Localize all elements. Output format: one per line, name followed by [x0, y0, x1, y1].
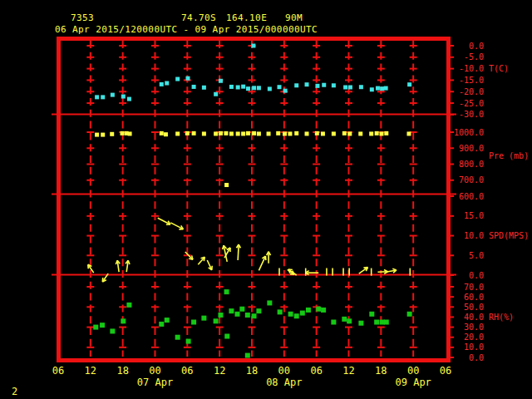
temperature-point: [202, 86, 206, 90]
pressure-point: [358, 131, 362, 135]
pressure-point: [229, 131, 234, 135]
humidity-point: [267, 300, 272, 305]
humidity-point: [331, 320, 336, 325]
pressure-point: [257, 131, 261, 135]
temperature-point: [175, 77, 180, 81]
meteogram-screen: 7353 74.70S 164.10E 90M 06 Apr 2015/1200…: [0, 0, 532, 399]
humidity-point: [342, 317, 347, 322]
pressure-point: [160, 131, 164, 135]
humidity-point: [159, 322, 164, 327]
temperature-point: [95, 95, 99, 99]
time-axis-labels: 0612180006121800061218000607 Apr08 Apr09…: [52, 365, 451, 388]
pressure-point: [192, 131, 196, 135]
humidity-point: [191, 320, 196, 325]
pressure-point: [101, 133, 105, 137]
temperature-point: [246, 86, 250, 91]
humidity-tick-label: 50.0: [464, 303, 484, 312]
temperature-point: [160, 82, 164, 86]
pressure-point: [128, 131, 132, 135]
temperature-point: [348, 85, 352, 89]
pressure-point: [224, 183, 229, 187]
pressure-point: [305, 131, 309, 135]
wind_speed-tick-label: 5.0: [469, 251, 484, 260]
humidity-point: [278, 309, 283, 314]
temperature-point: [376, 86, 380, 91]
humidity-tick-label: 20.0: [464, 332, 484, 342]
page-number: 2: [12, 386, 17, 397]
humidity-point: [224, 289, 229, 294]
pressure-point: [202, 131, 206, 135]
temperature-point: [283, 89, 288, 93]
temperature-point: [101, 95, 105, 99]
humidity-point: [93, 325, 98, 330]
humidity-point: [218, 313, 223, 318]
time-tick-label: 06: [440, 365, 451, 377]
humidity-point: [201, 316, 206, 321]
time-tick-label: 00: [149, 365, 160, 377]
humidity-point: [175, 335, 180, 340]
humidity-point: [239, 307, 244, 312]
humidity-point: [126, 303, 131, 308]
time-tick-label: 06: [310, 365, 322, 377]
date-label: 08 Apr: [266, 377, 302, 388]
pressure-tick-label: 900.0: [459, 144, 484, 153]
humidity-point: [294, 313, 299, 318]
time-tick-label: 06: [52, 365, 64, 377]
humidity-point: [407, 312, 412, 317]
humidity-point: [214, 318, 219, 323]
pressure-axis-label: Pre (mb): [489, 151, 529, 160]
temperature-point: [305, 82, 309, 86]
humidity-point: [235, 312, 240, 317]
temperature-point: [252, 86, 256, 90]
temperature-point: [322, 83, 326, 87]
pressure-point: [294, 131, 298, 135]
wind_speed-tick-label: 10.0: [464, 231, 484, 240]
temperature-point: [236, 85, 240, 89]
temperature-point: [278, 85, 282, 89]
humidity-tick-label: 10.0: [464, 342, 484, 352]
chart-canvas: 0.0-5.0-10.0-15.0-20.0-25.0-30.0T(C)1000…: [0, 0, 532, 399]
temperature-point: [192, 85, 196, 89]
pressure-tick-label: 600.0: [459, 192, 484, 201]
pressure-point: [175, 131, 180, 135]
pressure-point: [95, 133, 99, 137]
temperature-point: [380, 86, 384, 91]
time-tick-label: 12: [85, 365, 96, 377]
temperature-point: [251, 44, 255, 48]
pressure-point: [332, 131, 336, 135]
humidity-point: [300, 311, 305, 316]
pressure-series: [95, 131, 411, 187]
humidity-point: [374, 320, 379, 325]
temperature-tick-label: -30.0: [459, 110, 484, 119]
pressure-point: [185, 131, 190, 135]
pressure-point: [252, 131, 256, 135]
humidity-tick-label: 30.0: [464, 323, 484, 332]
humidity-tick-label: 60.0: [464, 293, 484, 302]
time-tick-label: 00: [278, 365, 290, 377]
humidity-point: [224, 334, 229, 339]
time-tick-label: 18: [375, 365, 387, 377]
temperature-point: [121, 95, 126, 99]
pressure-point: [379, 131, 383, 135]
time-grid: [86, 41, 416, 357]
humidity-point: [369, 312, 374, 317]
temperature-tick-label: -15.0: [459, 76, 484, 85]
humidity-axis-label: RH(%): [489, 313, 514, 322]
temperature-point: [165, 81, 169, 86]
pressure-point: [164, 132, 168, 136]
time-tick-label: 18: [246, 365, 258, 377]
date-label: 07 Apr: [137, 377, 173, 388]
pressure-point: [384, 131, 388, 135]
pressure-point: [241, 131, 245, 135]
humidity-point: [288, 312, 293, 317]
pressure-point: [110, 132, 114, 136]
pressure-tick-label: 1000.0: [454, 128, 484, 137]
temperature-point: [294, 83, 298, 87]
humidity-point: [306, 308, 311, 313]
temperature-point: [407, 82, 411, 86]
humidity-point: [316, 307, 321, 312]
humidity-point: [252, 313, 257, 318]
humidity-point: [358, 321, 363, 326]
temperature-point: [257, 86, 261, 90]
temperature-point: [185, 76, 190, 81]
